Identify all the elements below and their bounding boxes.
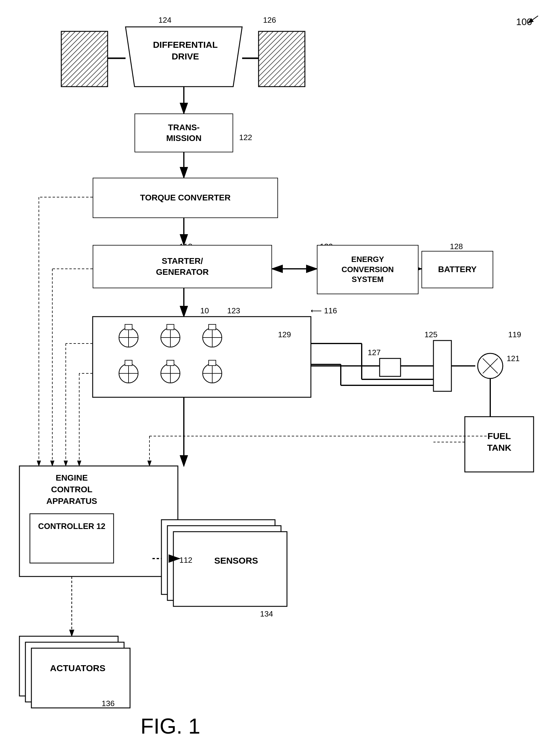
svg-point-23 [161,328,180,347]
ref-129: 129 [278,330,291,339]
svg-point-35 [161,364,180,383]
actuators-label: ACTUATORS [36,663,119,673]
ref-122: 122 [239,133,252,142]
battery-box: BATTERY [421,251,493,288]
torque-converter-box: TORQUE CONVERTER [93,178,278,218]
starter-generator-box: STARTER/GENERATOR [93,245,272,288]
ref-112: 112 [179,556,192,565]
svg-rect-30 [209,325,216,330]
svg-line-53 [483,358,498,373]
svg-rect-81 [31,648,130,708]
ref-116: 116 [311,306,337,315]
differential-drive-label: DIFFERENTIALDRIVE [139,39,232,62]
ref-134: 134 [260,609,273,618]
svg-point-39 [203,364,222,383]
engine-control-label: ENGINECONTROLAPPARATUS [24,472,119,507]
ref-100-arrow [522,14,540,26]
sensors-label: SENSORS [193,556,279,566]
ref-136: 136 [102,699,114,708]
svg-point-31 [119,364,138,383]
svg-rect-22 [125,325,132,330]
svg-marker-87 [311,309,312,312]
ref-126: 126 [263,15,276,25]
svg-rect-56 [380,358,401,376]
svg-rect-26 [167,325,174,330]
connection-lines [0,0,556,756]
energy-conversion-box: ENERGYCONVERSIONSYSTEM [317,245,418,294]
svg-line-52 [483,358,498,373]
svg-rect-7 [61,31,108,87]
svg-point-27 [203,328,222,347]
svg-line-84 [528,16,538,23]
diagram: 100 124 126 DIFFERENTIALDRIVE 122 TRANS-… [0,0,556,756]
ref-124: 124 [159,15,171,25]
fuel-tank-label: FUELTANK [469,430,529,453]
svg-point-19 [119,328,138,347]
svg-rect-18 [93,316,311,397]
controller-label: CONTROLLER 12 [34,521,109,532]
ref-123: 123 [227,306,240,315]
svg-rect-34 [125,360,132,366]
ref-119: 119 [508,330,521,339]
ref-121: 121 [507,354,520,363]
ref-125: 125 [424,330,437,339]
transmission-box: TRANS-MISSION [135,114,233,152]
svg-rect-38 [167,360,174,366]
figure-label: FIG. 1 [140,714,200,739]
svg-rect-49 [433,341,451,391]
ref-128: 128 [450,242,463,251]
ref-10: 10 [200,306,209,315]
svg-rect-42 [209,360,216,366]
svg-rect-8 [258,31,305,87]
svg-rect-77 [173,532,287,606]
ref-127: 127 [368,348,381,357]
svg-point-51 [478,353,503,378]
